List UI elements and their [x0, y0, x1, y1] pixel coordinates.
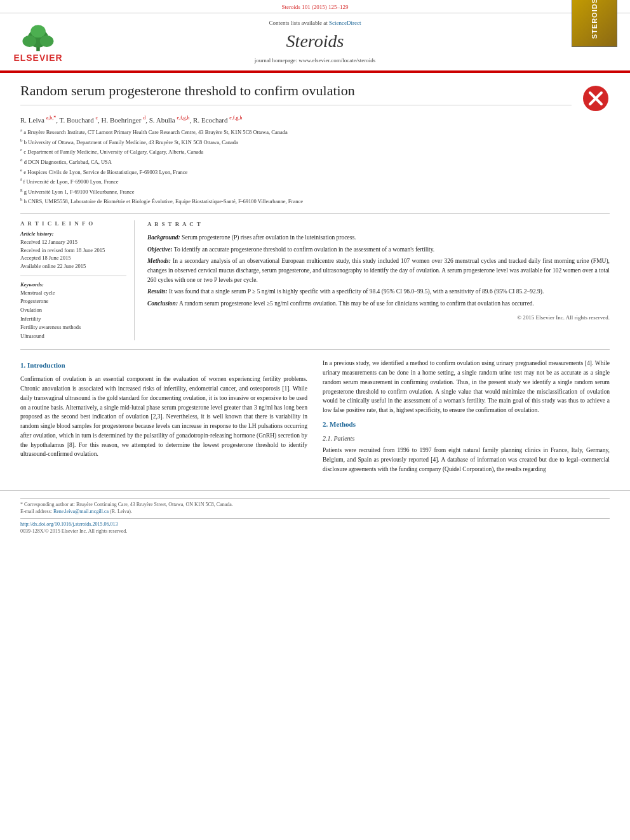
issn-line: 0039-128X/© 2015 Elsevier Inc. All right… [20, 528, 610, 534]
keyword-2: Progesterone [20, 297, 126, 306]
objective-label: Objective: [147, 246, 173, 253]
conclusion-label: Conclusion: [147, 300, 178, 307]
available-online-date: Available online 22 June 2015 [20, 262, 126, 270]
results-label: Results: [147, 288, 168, 295]
journal-top-header: Steroids 101 (2015) 125–129 [0, 0, 630, 13]
footer-divider-2 [20, 518, 610, 519]
section1-paragraph1: Confirmation of ovulation is an essentia… [20, 375, 307, 458]
received-date: Received 12 January 2015 [20, 238, 126, 246]
abstract-methods: Methods: In a secondary analysis of an o… [147, 257, 610, 284]
section1-paragraph2: In a previous study, we identified a met… [323, 359, 610, 415]
article-info-column: A R T I C L E I N F O Article history: R… [20, 220, 135, 341]
accepted-date: Accepted 18 June 2015 [20, 254, 126, 262]
keyword-6: Ultrasound [20, 332, 126, 341]
cover-label: STEROIDS [591, 0, 598, 39]
methods-label: Methods: [147, 258, 171, 264]
copyright-notice: © 2015 Elsevier Inc. All rights reserved… [147, 314, 610, 323]
affiliation-f: f f Université de Lyon, F-69000 Lyon, Fr… [20, 177, 610, 186]
keyword-1: Menstrual cycle [20, 289, 126, 298]
section-divider [20, 349, 610, 350]
email-note: E-mail address: Rene.leiva@mail.mcgill.c… [20, 509, 610, 514]
keywords-list: Menstrual cycle Progesterone Ovulation I… [20, 289, 126, 341]
journal-cover-image: STEROIDS [572, 0, 617, 47]
abstract-background: Background: Serum progesterone (P) rises… [147, 233, 610, 243]
elsevier-brand-text: ELSEVIER [13, 53, 62, 63]
background-label: Background: [147, 234, 180, 241]
keyword-4: Infertility [20, 315, 126, 324]
keywords-label: Keywords: [20, 281, 126, 288]
section2-subtitle: 2.1. Patients [323, 434, 610, 444]
affiliations: a a Bruyère Research Institute, CT Lamon… [20, 127, 610, 206]
footer-divider [20, 498, 610, 499]
article-title: Random serum progesterone threshold to c… [20, 82, 572, 106]
email-link[interactable]: Rene.leiva@mail.mcgill.ca [53, 509, 110, 514]
abstract-heading: A B S T R A C T [147, 220, 610, 229]
svg-point-2 [22, 36, 36, 47]
affiliation-b: b b University of Ottawa, Department of … [20, 137, 610, 147]
doi-link[interactable]: http://dx.doi.org/10.1016/j.steroids.201… [20, 521, 117, 527]
article-history-label: Article history: [20, 230, 126, 237]
section2-paragraph1: Patients were recruited from 1996 to 199… [323, 446, 610, 474]
affiliation-c: c c Department of Family Medicine, Unive… [20, 147, 610, 156]
body-columns: 1. Introduction Confirmation of ovulatio… [20, 359, 610, 477]
abstract-results: Results: It was found that a single seru… [147, 287, 610, 297]
elsevier-tree-icon [13, 21, 64, 53]
abstract-conclusion: Conclusion: A random serum progesterone … [147, 299, 610, 309]
article-footer: * Corresponding author at: Bruyère Conti… [0, 490, 630, 542]
journal-banner: ELSEVIER Contents lists available at Sci… [0, 13, 630, 72]
journal-center-info: Contents lists available at ScienceDirec… [255, 18, 375, 65]
body-right-column: In a previous study, we identified a met… [323, 359, 610, 477]
sciencedirect-link[interactable]: ScienceDirect [329, 20, 361, 26]
doi-line: http://dx.doi.org/10.1016/j.steroids.201… [20, 521, 610, 527]
affiliation-d: d d DCN Diagnostics, Carlsbad, CA, USA [20, 157, 610, 166]
article-info-heading: A R T I C L E I N F O [20, 220, 126, 227]
crossmark-icon [582, 84, 610, 112]
available-at-text: Contents lists available at ScienceDirec… [255, 18, 375, 27]
abstract-column: A B S T R A C T Background: Serum proges… [147, 220, 610, 341]
keyword-5: Fertility awareness methods [20, 323, 126, 332]
section1-title: 1. Introduction [20, 360, 307, 371]
authors-line: R. Leiva a,b,*, T. Bouchard c, H. Boehri… [20, 115, 610, 124]
crossmark-logo [582, 84, 610, 112]
keyword-3: Ovulation [20, 306, 126, 315]
abstract-objective: Objective: To identify an accurate proge… [147, 245, 610, 255]
affiliation-g: g g Université Lyon 1, F-69100 Villeurba… [20, 187, 610, 196]
section2-title: 2. Methods [323, 419, 610, 430]
journal-homepage: journal homepage: www.elsevier.com/locat… [255, 56, 375, 65]
corresponding-author-note: * Corresponding author at: Bruyère Conti… [20, 502, 610, 507]
svg-point-3 [40, 36, 54, 47]
journal-title: Steroids [255, 27, 375, 56]
elsevier-logo: ELSEVIER [13, 21, 64, 63]
svg-point-4 [30, 25, 46, 37]
journal-citation: Steroids 101 (2015) 125–129 [281, 4, 348, 10]
article-container: Random serum progesterone threshold to c… [0, 73, 630, 491]
title-row: Random serum progesterone threshold to c… [20, 82, 610, 112]
affiliation-e: e e Hospices Civils de Lyon, Service de … [20, 167, 610, 177]
affiliation-a: a a Bruyère Research Institute, CT Lamon… [20, 127, 610, 137]
body-left-column: 1. Introduction Confirmation of ovulatio… [20, 359, 307, 477]
revised-date: Received in revised form 18 June 2015 [20, 246, 126, 255]
affiliation-h: h h CNRS, UMR5558, Laboratoire de Biomét… [20, 196, 610, 206]
info-abstract-section: A R T I C L E I N F O Article history: R… [20, 213, 610, 341]
